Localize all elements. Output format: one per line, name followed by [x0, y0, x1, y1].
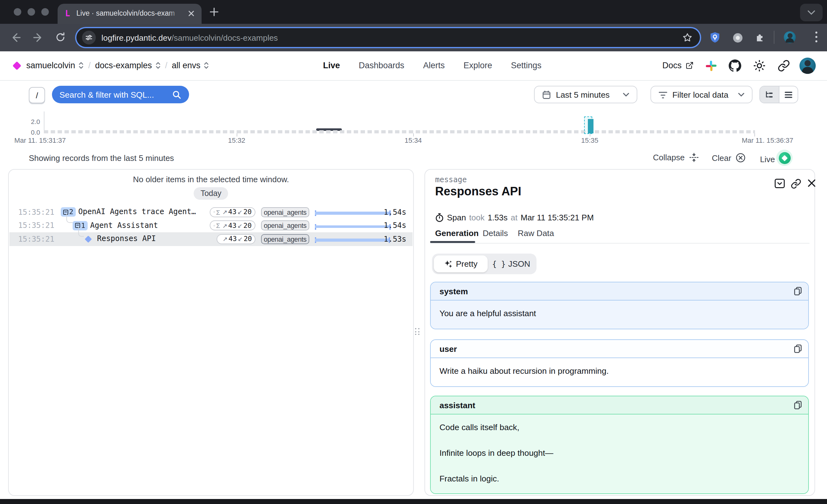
theme-sun-icon[interactable]: [753, 59, 766, 72]
docs-label: Docs: [662, 61, 682, 70]
window-close-button[interactable]: [14, 8, 21, 16]
back-icon[interactable]: [10, 32, 21, 43]
breadcrumb-separator: /: [165, 61, 167, 70]
panel-resize-handle[interactable]: [415, 328, 421, 338]
timeline-activity-bar[interactable]: [588, 119, 593, 133]
message-role: system: [439, 287, 468, 296]
unfold-icon[interactable]: [78, 61, 84, 69]
url-bar[interactable]: logfire.pydantic.dev/samuelcolvin/docs-e…: [77, 28, 700, 47]
message-card-assistant: assistant Code calls itself back, Infini…: [430, 396, 809, 494]
chevron-down-icon: [623, 92, 629, 97]
duration-text: 1.54s: [384, 221, 406, 230]
nav-tab-live[interactable]: Live: [323, 61, 340, 70]
list-view-button[interactable]: [779, 86, 797, 103]
tab-title-fade: [168, 4, 187, 24]
search-filter-button[interactable]: Search & filter with SQL...: [52, 86, 189, 103]
tokens-sent-count: 43: [228, 221, 237, 230]
tab-raw-data[interactable]: Raw Data: [518, 229, 554, 238]
screen: L Live · samuelcolvin/docs-exam: [0, 0, 827, 504]
local-filter-dropdown[interactable]: Filter local data: [650, 86, 752, 103]
window-bottom-edge: [0, 499, 827, 504]
timeline-baseline: [44, 130, 755, 133]
sparkle-icon: [444, 259, 453, 268]
browser-menu-kebab-icon[interactable]: [811, 30, 821, 44]
pretty-view-button[interactable]: Pretty: [434, 255, 488, 272]
breadcrumb-env[interactable]: all envs: [172, 61, 201, 70]
span-timestamp: Mar 11 15:35:21 PM: [521, 213, 594, 222]
unfold-icon[interactable]: [155, 61, 160, 69]
token-stats-pill[interactable]: Σ ↗ 43 ↙ 20: [210, 220, 255, 231]
close-panel-icon[interactable]: [807, 179, 816, 188]
scope-tag[interactable]: openai_agents: [261, 207, 309, 217]
copy-link-icon[interactable]: [791, 179, 801, 189]
share-link-icon[interactable]: [778, 59, 790, 72]
trace-row[interactable]: 15:35:21 1 Agent Assistant Σ ↗ 43 ↙ 20 o…: [9, 219, 412, 232]
token-stats-pill[interactable]: ↗ 43 ↙ 20: [216, 234, 255, 244]
breadcrumb-separator: /: [88, 61, 91, 70]
site-settings-icon[interactable]: [82, 31, 96, 44]
live-indicator-button[interactable]: [776, 150, 792, 166]
slack-icon[interactable]: [706, 60, 717, 71]
duration-text: 1.53s: [384, 235, 406, 243]
records-summary-text: Showing records from the last 5 minutes: [29, 153, 174, 163]
scope-tag[interactable]: openai_agents: [261, 234, 309, 244]
new-tab-button[interactable]: [209, 7, 219, 17]
date-chip-today[interactable]: Today: [194, 187, 229, 200]
tree-view-button[interactable]: [760, 86, 778, 103]
breadcrumb-org[interactable]: samuelcolvin: [26, 61, 75, 70]
local-filter-label: Filter local data: [672, 90, 728, 99]
window-zoom-button[interactable]: [41, 8, 49, 16]
grey-extension-icon[interactable]: [732, 33, 743, 43]
tab-search-button[interactable]: [800, 4, 823, 21]
trace-row-time: 15:35:21: [18, 221, 54, 230]
extensions-puzzle-icon[interactable]: [755, 32, 766, 43]
clear-button[interactable]: Clear: [712, 153, 746, 163]
token-stats-pill[interactable]: Σ ↗ 43 ↙ 20: [210, 207, 255, 217]
copy-icon[interactable]: [794, 401, 802, 409]
tokens-sent-arrow-icon: ↗: [222, 222, 227, 229]
live-toggle[interactable]: Live: [760, 153, 775, 165]
trace-row-selected[interactable]: 15:35:21 Responses API ↗ 43 ↙ 20 openai_…: [9, 232, 412, 246]
nav-tab-alerts[interactable]: Alerts: [423, 61, 445, 70]
chevron-down-icon: [738, 92, 744, 97]
bookmark-star-icon[interactable]: [682, 33, 692, 43]
tab-generation[interactable]: Generation: [435, 229, 479, 238]
span-timing-line: Span took 1.53s at Mar 11 15:35:21 PM: [435, 213, 594, 222]
profile-avatar-small[interactable]: [784, 31, 796, 43]
unfold-icon[interactable]: [203, 61, 209, 69]
docs-link[interactable]: Docs: [662, 61, 694, 70]
user-avatar[interactable]: [799, 58, 816, 74]
breadcrumb-project[interactable]: docs-examples: [95, 61, 152, 70]
tokens-sent-count: 43: [228, 208, 237, 216]
sigma-aggregate-icon: Σ: [216, 208, 220, 216]
github-icon[interactable]: [729, 59, 741, 72]
dock-panel-icon[interactable]: [774, 179, 785, 189]
copy-icon[interactable]: [794, 287, 802, 296]
nav-tab-explore[interactable]: Explore: [464, 61, 492, 70]
message-card-system: system You are a helpful assistant: [430, 282, 809, 329]
scope-tag[interactable]: openai_agents: [261, 220, 309, 231]
message-role: user: [439, 344, 457, 353]
slash-shortcut-key: /: [29, 87, 45, 103]
time-range-dropdown[interactable]: Last 5 minutes: [534, 86, 637, 103]
window-minimize-button[interactable]: [28, 8, 35, 16]
tokens-sent-arrow-icon: ↗: [223, 236, 228, 242]
search-placeholder: Search & filter with SQL...: [59, 90, 154, 99]
time-range-label: Last 5 minutes: [556, 90, 610, 99]
tokens-received-arrow-icon: ↙: [238, 222, 243, 229]
forward-icon[interactable]: [33, 32, 44, 43]
collapse-button[interactable]: Collapse: [653, 153, 698, 162]
nav-tab-dashboards[interactable]: Dashboards: [359, 61, 404, 70]
tab-details[interactable]: Details: [483, 229, 508, 238]
tokens-sent-count: 43: [229, 235, 237, 243]
copy-icon[interactable]: [794, 344, 802, 353]
message-text: You are a helpful assistant: [439, 309, 799, 318]
nav-tab-settings[interactable]: Settings: [511, 61, 541, 70]
reload-icon[interactable]: [55, 32, 66, 43]
toolbar-divider: [774, 31, 774, 44]
json-view-button[interactable]: { } JSON: [488, 259, 535, 268]
tab-close-icon[interactable]: [187, 9, 196, 18]
json-label: JSON: [508, 259, 530, 268]
password-extension-icon[interactable]: [709, 31, 721, 44]
browser-tab[interactable]: L Live · samuelcolvin/docs-exam: [58, 4, 202, 24]
